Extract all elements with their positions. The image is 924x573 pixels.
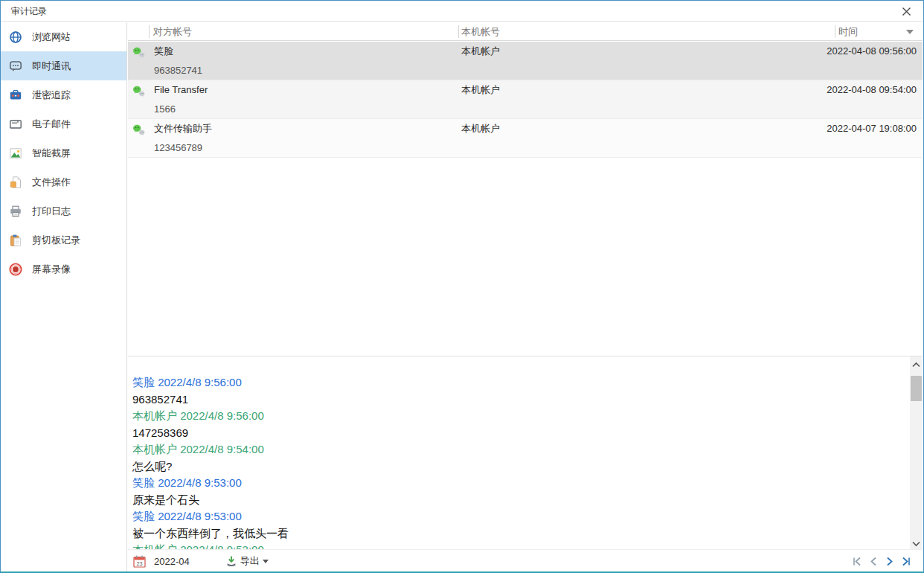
chat-scrollbar[interactable] [910, 356, 923, 551]
sidebar-item-label: 文件操作 [32, 176, 71, 189]
download-icon [225, 555, 237, 567]
column-separator [458, 25, 459, 38]
main-panel: 对方帐号 本机帐号 时间 笑脸963852741本机帐户2022-04-08 0… [128, 22, 923, 572]
column-header-local-account[interactable]: 本机帐号 [461, 22, 500, 41]
chat-messages: 笑脸 2022/4/8 9:56:00963852741本机帐户 2022/4/… [132, 374, 905, 551]
sidebar-item-label: 即时通讯 [32, 60, 71, 73]
message-text: 怎么呢? [132, 458, 905, 476]
export-button[interactable]: 导出 [225, 554, 269, 568]
sidebar-item-label: 浏览网站 [32, 31, 71, 44]
sidebar-item-label: 智能截屏 [32, 147, 71, 160]
window-title: 审计记录 [11, 1, 47, 22]
record-time: 2022-04-08 09:54:00 [827, 84, 917, 96]
title-bar: 审计记录 [1, 1, 923, 22]
screenshot-icon [9, 147, 22, 160]
table-row[interactable]: File Transfer1566本机帐户2022-04-08 09:54:00 [128, 80, 923, 119]
clipboard-icon [9, 234, 22, 247]
wechat-icon [132, 124, 145, 136]
message-text: 被一个东西绊倒了，我低头一看 [132, 525, 905, 542]
peer-name: File Transfer [154, 84, 208, 96]
scrollbar-thumb[interactable] [911, 376, 922, 401]
sidebar-item-8[interactable]: 剪切板记录 [1, 225, 126, 255]
next-page-button[interactable] [884, 555, 896, 567]
column-separator [835, 25, 835, 38]
peer-account: 123456789 [154, 142, 202, 154]
export-label: 导出 [240, 554, 260, 568]
first-page-button[interactable] [851, 555, 863, 567]
message-header: 笑脸 2022/4/8 9:53:00 [132, 508, 905, 525]
local-account: 本机帐户 [461, 45, 500, 57]
column-separator [149, 25, 150, 38]
printer-icon [9, 205, 22, 218]
date-value[interactable]: 2022-04 [154, 556, 190, 567]
message-text: 963852741 [132, 391, 905, 409]
globe-icon [9, 31, 22, 44]
sidebar-item-label: 电子邮件 [32, 118, 71, 131]
peer-account: 1566 [154, 103, 176, 115]
message-header: 笑脸 2022/4/8 9:56:00 [132, 374, 905, 391]
sidebar-item-label: 剪切板记录 [32, 234, 80, 247]
column-header-time[interactable]: 时间 [838, 22, 858, 41]
footer-bar: 23 2022-04 导出 [128, 549, 923, 572]
sidebar-item-2[interactable]: 即时通讯 [1, 51, 126, 80]
sidebar-item-6[interactable]: 文件操作 [1, 167, 126, 196]
sidebar-item-label: 泄密追踪 [32, 89, 71, 102]
scroll-up-icon[interactable] [910, 358, 923, 371]
column-header-peer-account[interactable]: 对方帐号 [153, 22, 192, 41]
previous-page-button[interactable] [867, 555, 879, 567]
date-picker-button[interactable]: 23 [132, 554, 147, 569]
peer-name: 笑脸 [154, 45, 173, 57]
record-time: 2022-04-08 09:56:00 [827, 45, 917, 57]
time-sort-arrow-icon[interactable] [906, 30, 914, 34]
message-header: 笑脸 2022/4/8 9:53:00 [132, 475, 905, 492]
peer-account: 963852741 [154, 65, 202, 77]
calendar-icon: 23 [132, 554, 147, 569]
file-icon [9, 176, 22, 189]
audit-record-window: 审计记录 浏览网站即时通讯泄密追踪电子邮件智能截屏文件操作打印日志剪切板记录屏幕… [0, 0, 924, 573]
table-row[interactable]: 文件传输助手123456789本机帐户2022-04-07 19:08:00 [128, 119, 923, 158]
last-page-button[interactable] [900, 555, 912, 567]
sidebar-item-3[interactable]: 泄密追踪 [1, 80, 126, 109]
sidebar-item-1[interactable]: 浏览网站 [1, 22, 126, 51]
sidebar-item-5[interactable]: 智能截屏 [1, 138, 126, 167]
sidebar: 浏览网站即时通讯泄密追踪电子邮件智能截屏文件操作打印日志剪切板记录屏幕录像 [1, 22, 127, 572]
chat-preview-panel: 笑脸 2022/4/8 9:56:00963852741本机帐户 2022/4/… [128, 356, 923, 551]
sidebar-item-label: 屏幕录像 [32, 263, 71, 276]
chat-bubble-icon [9, 60, 22, 73]
sidebar-item-label: 打印日志 [32, 205, 71, 218]
export-dropdown-caret-icon [263, 560, 269, 563]
leak-trace-icon [9, 89, 22, 102]
close-icon [902, 7, 911, 16]
record-icon [9, 263, 22, 276]
message-text: 147258369 [132, 425, 905, 442]
table-row[interactable]: 笑脸963852741本机帐户2022-04-08 09:56:00 [128, 42, 923, 80]
wechat-icon [132, 46, 145, 59]
peer-name: 文件传输助手 [154, 123, 212, 135]
sidebar-item-7[interactable]: 打印日志 [1, 196, 126, 225]
sidebar-item-9[interactable]: 屏幕录像 [1, 255, 126, 284]
message-text: 原来是个石头 [132, 492, 905, 509]
close-button[interactable] [889, 1, 923, 22]
message-header: 本机帐户 2022/4/8 9:56:00 [132, 408, 905, 425]
sidebar-item-4[interactable]: 电子邮件 [1, 109, 126, 138]
record-time: 2022-04-07 19:08:00 [827, 123, 917, 135]
local-account: 本机帐户 [461, 84, 500, 96]
table-rows: 笑脸963852741本机帐户2022-04-08 09:56:00File T… [128, 42, 923, 158]
scroll-down-icon[interactable] [910, 537, 923, 550]
svg-text:23: 23 [137, 560, 143, 566]
message-header: 本机帐户 2022/4/8 9:54:00 [132, 441, 905, 458]
mail-icon [9, 118, 22, 131]
local-account: 本机帐户 [461, 123, 500, 135]
wechat-icon [132, 85, 145, 97]
table-header: 对方帐号 本机帐号 时间 [128, 22, 923, 41]
